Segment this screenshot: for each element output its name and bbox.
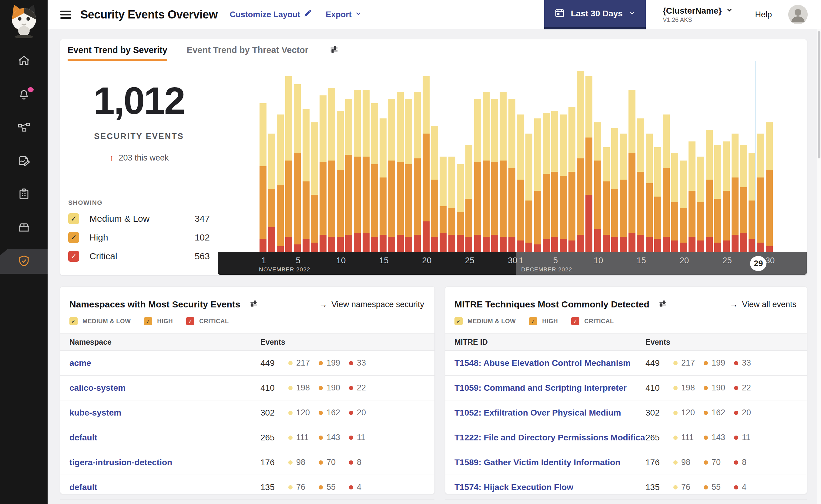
user-avatar[interactable] (788, 5, 808, 24)
chart-bar-day-50[interactable] (680, 161, 687, 252)
chart-bar-day-55[interactable] (723, 141, 730, 252)
view-all-events-link[interactable]: → View all events (730, 300, 796, 309)
severity-toggle-critical[interactable]: ✓Critical563 (68, 247, 210, 266)
chart-bar-day-49[interactable] (671, 153, 678, 252)
chart-bar-day-2[interactable] (268, 134, 275, 252)
high-checkbox[interactable]: ✓ (68, 232, 79, 243)
chart-bar-day-4[interactable] (285, 76, 292, 252)
high-checkbox[interactable]: ✓ (144, 317, 152, 325)
chart-bar-day-5[interactable] (294, 84, 301, 252)
chart-bar-day-38[interactable] (577, 71, 584, 252)
severity-toggle-medium_low[interactable]: ✓Medium & Low347 (68, 209, 210, 228)
chart-bar-day-11[interactable] (345, 99, 352, 252)
scrollbar-thumb[interactable] (818, 31, 820, 158)
medium_low-checkbox[interactable]: ✓ (454, 317, 463, 325)
trend-filter-sliders-icon[interactable] (329, 45, 339, 56)
chip-medium_low[interactable]: ✓MEDIUM & LOW (69, 317, 131, 325)
chart-bar-day-31[interactable] (517, 114, 524, 252)
chart-bar-day-22[interactable] (440, 157, 447, 252)
chart-bar-day-29[interactable] (500, 92, 507, 252)
chart-bar-day-30[interactable] (508, 99, 515, 252)
chart-bar-day-43[interactable] (620, 134, 627, 252)
date-range-button[interactable]: Last 30 Days (544, 0, 646, 29)
calico-cat-logo[interactable] (6, 2, 42, 38)
chart-bar-day-21[interactable] (431, 126, 438, 252)
sidebar-item-service-graph[interactable] (0, 116, 48, 141)
chart-bar-day-23[interactable] (448, 157, 455, 252)
chart-bar-day-45[interactable] (637, 118, 644, 252)
sidebar-item-home[interactable] (0, 49, 48, 74)
chart-bar-day-14[interactable] (371, 103, 378, 252)
chart-bar-day-24[interactable] (457, 164, 464, 252)
chart-bar-day-12[interactable] (354, 90, 361, 252)
chart-bar-day-15[interactable] (380, 118, 387, 252)
namespace-link[interactable]: tigera-intrusion-detection (69, 458, 261, 467)
medium_low-checkbox[interactable]: ✓ (69, 317, 78, 325)
sidebar-item-policies[interactable] (0, 149, 48, 174)
mitre-filter-sliders-icon[interactable] (658, 299, 668, 310)
mitre-id-link[interactable]: T1052: Exfiltration Over Physical Medium (454, 408, 646, 418)
chart-bar-day-32[interactable] (525, 134, 532, 252)
chart-bar-day-34[interactable] (543, 113, 550, 252)
chart-bar-day-3[interactable] (277, 114, 284, 252)
chart-bar-day-39[interactable] (585, 76, 592, 252)
chart-bar-day-36[interactable] (560, 114, 567, 252)
chart-bar-day-41[interactable] (603, 147, 610, 252)
namespace-link[interactable]: calico-system (69, 383, 261, 393)
sidebar-item-alerts[interactable] (0, 82, 48, 107)
severity-toggle-high[interactable]: ✓High102 (68, 228, 210, 247)
sidebar-item-catalog[interactable] (0, 216, 48, 240)
high-checkbox[interactable]: ✓ (529, 317, 537, 325)
tab-event-trend-by-threat-vector[interactable]: Event Trend by Threat Vector (187, 39, 308, 61)
chart-bar-day-25[interactable] (465, 145, 472, 252)
chip-high[interactable]: ✓HIGH (529, 317, 558, 325)
tab-event-trend-by-severity[interactable]: Event Trend by Severity (68, 39, 167, 61)
critical-checkbox[interactable]: ✓ (68, 251, 79, 262)
sidebar-item-compliance[interactable] (0, 182, 48, 207)
namespace-link[interactable]: default (69, 482, 261, 492)
hamburger-menu-icon[interactable] (60, 9, 71, 21)
chart-bar-day-8[interactable] (320, 95, 327, 252)
chart-bar-day-60[interactable] (766, 122, 773, 252)
namespace-link[interactable]: default (69, 433, 261, 443)
chart-bar-day-27[interactable] (483, 92, 490, 252)
page-scrollbar[interactable] (817, 29, 821, 504)
chart-bar-day-9[interactable] (328, 88, 335, 252)
chip-critical[interactable]: ✓CRITICAL (571, 317, 613, 325)
chart-bar-day-52[interactable] (697, 157, 704, 252)
chart-bar-day-47[interactable] (654, 147, 661, 252)
chart-bar-day-20[interactable] (423, 76, 430, 252)
chart-bar-day-16[interactable] (388, 99, 395, 252)
cluster-selector[interactable]: {ClusterName} V1.26 AKS (663, 6, 733, 23)
help-link[interactable]: Help (755, 10, 772, 19)
chart-bar-day-7[interactable] (311, 122, 318, 252)
chart-bar-day-10[interactable] (337, 111, 344, 252)
chart-bar-day-19[interactable] (414, 92, 421, 252)
chip-critical[interactable]: ✓CRITICAL (186, 317, 229, 325)
mitre-id-link[interactable]: T1574: Hijack Execution Flow (454, 482, 646, 492)
sidebar-item-threat-defense[interactable] (0, 249, 48, 274)
namespaces-filter-sliders-icon[interactable] (249, 299, 259, 310)
chart-bar-day-58[interactable] (749, 153, 756, 252)
medium_low-checkbox[interactable]: ✓ (68, 213, 79, 224)
namespace-link[interactable]: kube-system (69, 408, 261, 418)
chart-bar-day-57[interactable] (740, 145, 747, 252)
chart-bar-day-33[interactable] (534, 118, 541, 252)
mitre-id-link[interactable]: T1589: Gather Victim Identity Informatio… (454, 458, 646, 467)
export-button[interactable]: Export (326, 10, 362, 19)
mitre-id-link[interactable]: T1222: File and Directory Permissions Mo… (454, 433, 646, 443)
chart-bar-day-28[interactable] (491, 99, 498, 252)
critical-checkbox[interactable]: ✓ (186, 317, 194, 325)
chart-bar-day-42[interactable] (611, 128, 618, 252)
chart-bar-day-56[interactable] (732, 134, 739, 252)
chart-bar-day-46[interactable] (646, 134, 653, 252)
chart-bar-day-40[interactable] (594, 122, 601, 252)
chart-bar-day-17[interactable] (397, 92, 404, 252)
chart-bar-day-1[interactable] (260, 103, 267, 252)
chart-bar-day-48[interactable] (663, 114, 670, 252)
mitre-id-link[interactable]: T1059: Command and Scripting Interpreter (454, 383, 646, 393)
chip-high[interactable]: ✓HIGH (144, 317, 173, 325)
chart-bar-day-35[interactable] (551, 111, 558, 252)
chart-bar-day-37[interactable] (568, 107, 575, 252)
chart-bar-day-6[interactable] (303, 109, 310, 252)
